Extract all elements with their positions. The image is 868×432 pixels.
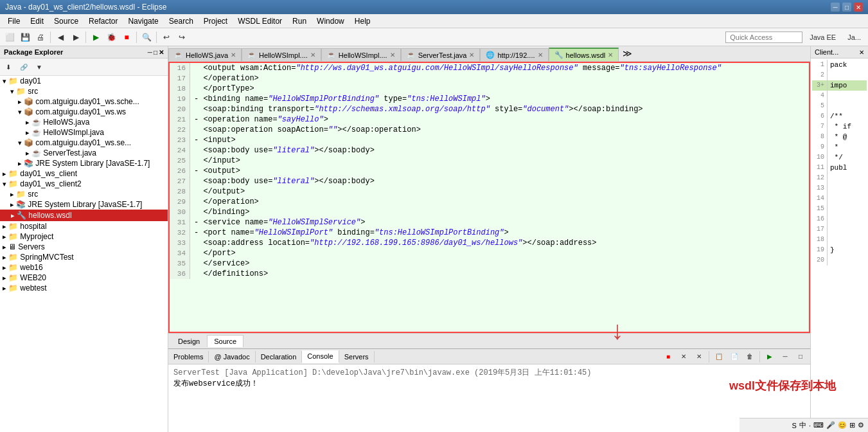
tab-servertest-close[interactable]: ✕ [469, 51, 474, 59]
tab-design[interactable]: Design [171, 335, 207, 347]
ime-emoji[interactable]: 😊 [838, 421, 847, 429]
tree-item[interactable]: ▸📁 hospital [0, 221, 168, 231]
ime-grid[interactable]: ⊞ [849, 421, 855, 429]
console-copy-btn[interactable]: 📋 [712, 350, 726, 364]
pe-menu-btn[interactable]: ▼ [32, 60, 46, 74]
menu-source[interactable]: Source [49, 15, 84, 27]
menu-project[interactable]: Project [199, 15, 233, 27]
menu-wsdl-editor[interactable]: WSDL Editor [233, 15, 287, 27]
tab-servertest[interactable]: ☕ ServerTest.java ✕ [401, 48, 481, 61]
tree-item[interactable]: ▸📁 webtest [0, 283, 168, 293]
tab-http[interactable]: 🌐 http://192.... ✕ [480, 48, 548, 61]
tree-item[interactable]: ▸🖥 Servers [0, 242, 168, 252]
close-btn[interactable]: ✕ [854, 3, 863, 12]
tab-overflow-btn[interactable]: ≫ [619, 46, 636, 61]
tree-item[interactable]: ▾📁 src [0, 86, 168, 96]
console-run-btn[interactable]: ▶ [763, 350, 777, 364]
tab-hellowsimpl-1[interactable]: ☕ HelloWSImpl.... ✕ [242, 48, 321, 61]
console-maximize-btn[interactable]: □ [793, 350, 808, 364]
tree-item[interactable]: ▸📁 WEB20 [0, 273, 168, 283]
ime-settings[interactable]: ⚙ [858, 421, 864, 429]
tree-item[interactable]: ▸☕ HelloWSImpl.java [0, 127, 168, 138]
back-btn[interactable]: ◀ [53, 30, 67, 44]
debug-btn[interactable]: 🐞 [104, 30, 118, 44]
xml-editor[interactable]: 16 <output wsam:Action="http://ws.day01_… [168, 62, 810, 333]
undo-btn[interactable]: ↩ [159, 30, 173, 44]
java-ee-perspective[interactable]: Java EE [805, 32, 840, 43]
line-content: </operation> [190, 73, 809, 84]
search-btn[interactable]: 🔍 [139, 30, 154, 44]
tree-item[interactable]: ▸📁 web16 [0, 262, 168, 273]
tree-item[interactable]: ▸🔧 hellows.wsdl [0, 210, 168, 221]
tab-javadoc[interactable]: @ Javadoc [209, 351, 255, 363]
menu-window[interactable]: Window [312, 15, 350, 27]
tab-hellowsimpl-1-close[interactable]: ✕ [310, 51, 315, 59]
ime-keyboard[interactable]: ⌨ [813, 421, 824, 429]
tab-declaration[interactable]: Declaration [256, 351, 303, 363]
menu-refactor[interactable]: Refactor [84, 15, 123, 27]
tab-hellows-java-close[interactable]: ✕ [231, 51, 236, 59]
tree-item[interactable]: ▸📁 Myproject [0, 231, 168, 242]
tab-http-close[interactable]: ✕ [538, 51, 543, 59]
tab-source[interactable]: Source [207, 335, 244, 347]
save-btn[interactable]: 💾 [18, 30, 32, 44]
ime-mic[interactable]: 🎤 [826, 421, 835, 429]
tab-hellowsimpl-2-close[interactable]: ✕ [390, 51, 395, 59]
new-btn[interactable]: ⬜ [3, 30, 17, 44]
pe-controls[interactable]: ─ □ ✕ [148, 49, 164, 56]
console-paste-btn[interactable]: 📄 [727, 350, 741, 364]
tab-problems[interactable]: Problems [168, 351, 209, 363]
redo-btn[interactable]: ↪ [175, 30, 189, 44]
right-line-content [828, 194, 830, 204]
menu-edit[interactable]: Edit [25, 15, 49, 27]
java-perspective[interactable]: Ja... [843, 32, 865, 43]
tree-item[interactable]: ▸📁 src [0, 189, 168, 199]
tab-hellows-java[interactable]: ☕ HelloWS.java ✕ [168, 48, 242, 61]
console-minimize-btn[interactable]: ─ [778, 350, 792, 364]
pe-minimize-icon[interactable]: ─ [148, 49, 152, 56]
tab-hellows-wsdl-close[interactable]: ✕ [608, 51, 613, 59]
tree-item[interactable]: ▸📦 com.atguigu.day01_ws.sche... [0, 96, 168, 107]
quick-access-input[interactable] [725, 32, 802, 43]
window-controls[interactable]: ─ □ ✕ [831, 3, 863, 12]
tree-item[interactable]: ▸📁 day01_ws_client [0, 168, 168, 179]
right-panel-close[interactable]: ✕ [859, 49, 864, 56]
tree-item-label: webtest [20, 284, 46, 292]
tree-item[interactable]: ▾📦 com.atguigu.day01_ws.ws [0, 107, 168, 117]
minimize-btn[interactable]: ─ [831, 3, 840, 12]
console-btn3[interactable]: ✕ [692, 350, 706, 364]
console-clear-btn[interactable]: 🗑 [743, 350, 757, 364]
menu-run[interactable]: Run [287, 15, 312, 27]
run-btn[interactable]: ▶ [89, 30, 103, 44]
code-line: 25 </input> [170, 156, 809, 166]
stop-btn[interactable]: ■ [120, 30, 134, 44]
menu-search[interactable]: Search [164, 15, 199, 27]
maximize-btn[interactable]: □ [842, 3, 851, 12]
right-panel-line: 13 [812, 183, 867, 194]
print-btn[interactable]: 🖨 [33, 30, 48, 44]
pe-collapse-btn[interactable]: ⬇ [1, 60, 15, 74]
tree-item[interactable]: ▸📚 JRE System Library [JavaSE-1.7] [0, 199, 168, 210]
console-stop-btn[interactable]: ■ [661, 350, 675, 364]
forward-btn[interactable]: ▶ [69, 30, 83, 44]
tree-item[interactable]: ▸☕ ServerTest.java [0, 148, 168, 158]
pe-link-btn[interactable]: 🔗 [17, 60, 31, 74]
tab-hellowsimpl-2[interactable]: ☕ HelloWSImpl.... ✕ [321, 48, 401, 61]
tab-console[interactable]: Console [302, 350, 339, 363]
tree-item[interactable]: ▾📁 day01_ws_client2 [0, 179, 168, 189]
tab-servers[interactable]: Servers [339, 351, 375, 363]
console-btn2[interactable]: ✕ [677, 350, 691, 364]
menu-navigate[interactable]: Navigate [123, 15, 163, 27]
pe-close-icon[interactable]: ✕ [159, 49, 164, 56]
tree-item[interactable]: ▸📁 SpringMVCTest [0, 252, 168, 262]
tree-item[interactable]: ▾📁 day01 [0, 76, 168, 86]
tree-item[interactable]: ▸📚 JRE System Library [JavaSE-1.7] [0, 158, 168, 168]
menu-help[interactable]: Help [350, 15, 376, 27]
tree-item-icon2: ☕ [31, 128, 41, 137]
menu-file[interactable]: File [3, 15, 25, 27]
tree-item[interactable]: ▸☕ HelloWS.java [0, 117, 168, 127]
tree-item[interactable]: ▾📦 com.atguigu.day01_ws.se... [0, 138, 168, 148]
pe-maximize-icon[interactable]: □ [154, 49, 157, 56]
tab-hellows-wsdl[interactable]: 🔧 hellows.wsdl ✕ [549, 48, 619, 61]
ime-icon[interactable]: S [792, 422, 797, 429]
